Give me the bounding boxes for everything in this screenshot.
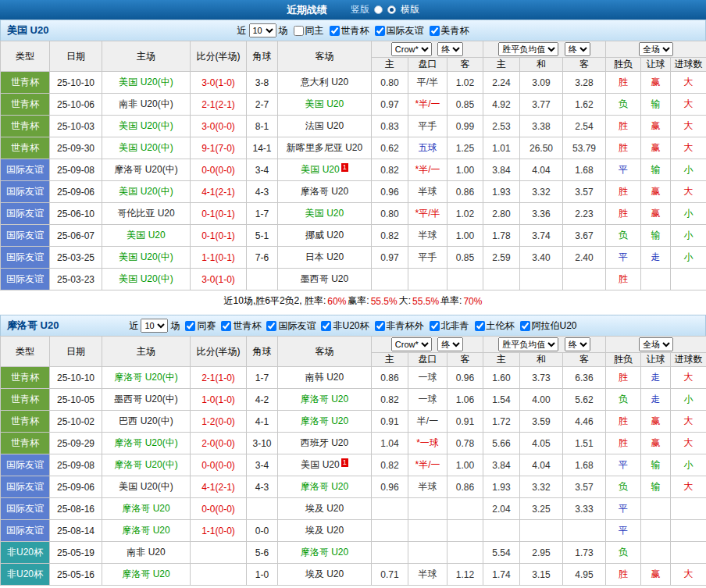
avg-final-select[interactable]: 终	[565, 337, 590, 351]
home-team-link[interactable]: 哥伦比亚 U20	[102, 203, 191, 225]
filter-checkbox-0[interactable]	[185, 321, 195, 331]
filter-option-2[interactable]: 国际友谊	[375, 24, 424, 37]
home-team-link[interactable]: 摩洛哥 U20(中)	[102, 454, 191, 476]
home-team-link[interactable]: 摩洛哥 U20(中)	[102, 159, 191, 181]
league-type-cell: 国际友谊	[1, 269, 50, 290]
filter-checkbox-2[interactable]	[375, 26, 385, 36]
col-handicap-home: 主	[372, 58, 408, 72]
bookmaker-select[interactable]: Crow*	[391, 337, 432, 351]
recent-count-select[interactable]: 10	[141, 319, 168, 333]
topbar: 近期战绩 竖版 横版	[0, 0, 706, 20]
score-cell: 9-1(7-0)	[191, 137, 247, 159]
avg-draw-odds-cell: 3.32	[520, 476, 563, 498]
away-team-link[interactable]: 埃及 U20	[278, 520, 372, 542]
filter-option-2[interactable]: 国际友谊	[266, 319, 316, 333]
filter-checkbox-4[interactable]	[375, 321, 385, 331]
home-team-link[interactable]: 巴西 U20(中)	[102, 411, 191, 433]
away-team-link[interactable]: 南韩 U20	[278, 367, 372, 389]
handicap-away-odds-cell: 1.02	[447, 203, 483, 225]
away-team-link[interactable]: 挪威 U20	[278, 225, 372, 247]
home-team-link[interactable]: 摩洛哥 U20	[102, 564, 191, 586]
away-team-link[interactable]: 意大利 U20	[278, 72, 372, 94]
filter-option-5[interactable]: 北非青	[430, 319, 469, 333]
col-type: 类型	[1, 337, 50, 367]
home-team-link[interactable]: 南非 U20(中)	[102, 94, 191, 116]
away-team-link[interactable]: 墨西哥 U20	[278, 269, 372, 290]
filter-checkbox-2[interactable]	[266, 321, 276, 331]
home-team-link[interactable]: 美国 U20(中)	[102, 181, 191, 203]
filter-checkbox-0[interactable]	[294, 26, 304, 36]
handicap-final-select[interactable]: 终	[437, 42, 463, 56]
horizontal-layout-radio[interactable]	[387, 5, 396, 14]
handicap-line-cell: 半球	[408, 181, 447, 203]
filter-checkbox-7[interactable]	[520, 321, 530, 331]
corner-cell	[247, 269, 278, 290]
vertical-layout-radio[interactable]	[374, 5, 383, 14]
home-team-link[interactable]: 美国 U20	[102, 225, 191, 247]
filter-checkbox-3[interactable]	[321, 321, 331, 331]
filter-option-0[interactable]: 同赛	[185, 319, 216, 333]
goals-result-cell: 小	[671, 247, 706, 269]
home-team-link[interactable]: 美国 U20(中)	[102, 116, 191, 137]
handicap-final-select[interactable]: 终	[437, 337, 463, 351]
home-team-link[interactable]: 摩洛哥 U20(中)	[102, 367, 191, 389]
header-group-row: 类型 日期 主场 比分(半场) 角球 客场 Crow* 终 胜平负均值 终	[1, 337, 706, 353]
handicap-line-cell: *平/半	[408, 203, 447, 225]
away-team-link[interactable]: 摩洛哥 U20	[278, 411, 372, 433]
filter-checkbox-6[interactable]	[475, 321, 485, 331]
avg-odds-select[interactable]: 胜平负均值	[498, 337, 558, 351]
bookmaker-select[interactable]: Crow*	[391, 42, 432, 56]
away-team-link[interactable]: 美国 U201	[278, 159, 372, 181]
away-team-link[interactable]: 摩洛哥 U20	[278, 389, 372, 411]
col-away: 客场	[278, 41, 372, 72]
home-team-link[interactable]: 美国 U20(中)	[102, 247, 191, 269]
away-team-link[interactable]: 摩洛哥 U20	[278, 542, 372, 564]
away-team-link[interactable]: 法国 U20	[278, 116, 372, 137]
filter-checkbox-1[interactable]	[330, 26, 340, 36]
away-team-link[interactable]: 美国 U20	[278, 94, 372, 116]
away-team-link[interactable]: 美国 U20	[278, 203, 372, 225]
handicap-result-cell: 走	[641, 367, 671, 389]
filter-option-0[interactable]: 同主	[294, 24, 324, 37]
home-team-link[interactable]: 摩洛哥 U20(中)	[102, 433, 191, 454]
filter-option-3[interactable]: 美青杯	[430, 24, 469, 37]
filter-option-3[interactable]: 非U20杯	[321, 319, 369, 333]
avg-odds-select[interactable]: 胜平负均值	[498, 42, 558, 56]
filter-option-4[interactable]: 非青杯外	[375, 319, 424, 333]
home-team-link[interactable]: 美国 U20(中)	[102, 72, 191, 94]
away-team-link[interactable]: 西班牙 U20	[278, 433, 372, 454]
home-team-link[interactable]: 南非 U20	[102, 542, 191, 564]
home-team-link[interactable]: 美国 U20(中)	[102, 476, 191, 498]
handicap-away-odds-cell	[447, 542, 483, 564]
score-cell: 1-1(0-0)	[191, 520, 247, 542]
away-team-link[interactable]: 新喀里多尼亚 U20	[278, 137, 372, 159]
away-team-link[interactable]: 美国 U201	[278, 454, 372, 476]
filter-checkbox-5[interactable]	[430, 321, 440, 331]
fullmatch-select[interactable]: 全场	[639, 337, 673, 351]
handicap-line-cell: 一球	[408, 367, 447, 389]
away-team-link[interactable]: 日本 U20	[278, 247, 372, 269]
filter-checkbox-1[interactable]	[221, 321, 231, 331]
avg-final-select[interactable]: 终	[565, 42, 590, 56]
filter-option-7[interactable]: 阿拉伯U20	[520, 319, 577, 333]
home-team-link[interactable]: 摩洛哥 U20	[102, 520, 191, 542]
fullmatch-select[interactable]: 全场	[639, 42, 673, 56]
away-team-link[interactable]: 埃及 U20	[278, 498, 372, 520]
home-team-link[interactable]: 美国 U20(中)	[102, 137, 191, 159]
avg-home-odds-cell	[483, 520, 520, 542]
away-team-link[interactable]: 摩洛哥 U20	[278, 181, 372, 203]
score-cell: 4-1(2-1)	[191, 476, 247, 498]
home-team-link[interactable]: 墨西哥 U20(中)	[102, 389, 191, 411]
home-team-link[interactable]: 摩洛哥 U20	[102, 498, 191, 520]
filter-option-1[interactable]: 世青杯	[221, 319, 261, 333]
header-group-row: 类型 日期 主场 比分(半场) 角球 客场 Crow* 终 胜平负均值 终	[1, 41, 706, 58]
date-cell: 25-09-08	[50, 159, 102, 181]
filter-checkbox-3[interactable]	[430, 26, 440, 36]
away-team-link[interactable]: 埃及 U20	[278, 564, 372, 586]
result-cell: 胜	[606, 564, 641, 586]
away-team-link[interactable]: 摩洛哥 U20	[278, 476, 372, 498]
recent-count-select[interactable]: 10	[249, 23, 276, 37]
filter-option-6[interactable]: 土伦杯	[475, 319, 515, 333]
filter-option-1[interactable]: 世青杯	[330, 24, 369, 37]
home-team-link[interactable]: 美国 U20(中)	[102, 269, 191, 290]
